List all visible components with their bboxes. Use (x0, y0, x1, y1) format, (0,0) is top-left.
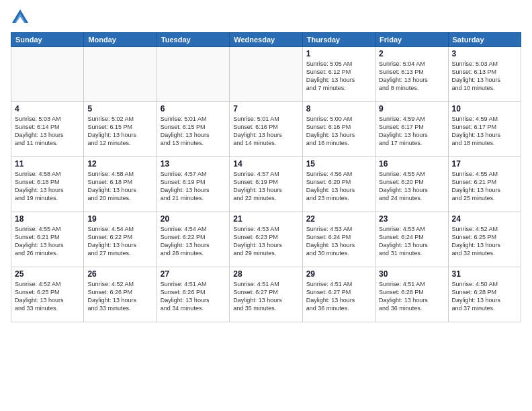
calendar-week-2: 4Sunrise: 5:03 AM Sunset: 6:14 PM Daylig… (11, 102, 521, 157)
calendar-table: SundayMondayTuesdayWednesdayThursdayFrid… (11, 32, 521, 322)
day-number: 27 (161, 269, 226, 279)
day-number: 28 (233, 269, 298, 279)
calendar-cell: 20Sunrise: 4:54 AM Sunset: 6:22 PM Dayli… (157, 212, 229, 267)
calendar-cell: 31Sunrise: 4:50 AM Sunset: 6:28 PM Dayli… (448, 267, 521, 322)
calendar-cell: 7Sunrise: 5:01 AM Sunset: 6:16 PM Daylig… (230, 102, 302, 157)
day-number: 26 (87, 269, 152, 279)
day-info: Sunrise: 5:01 AM Sunset: 6:15 PM Dayligh… (161, 115, 226, 148)
calendar-cell: 14Sunrise: 4:57 AM Sunset: 6:19 PM Dayli… (230, 157, 302, 212)
day-info: Sunrise: 4:53 AM Sunset: 6:24 PM Dayligh… (306, 225, 371, 258)
day-number: 16 (379, 159, 444, 169)
day-number: 1 (306, 49, 371, 58)
header (11, 8, 521, 27)
day-number: 7 (233, 104, 298, 113)
day-info: Sunrise: 4:51 AM Sunset: 6:27 PM Dayligh… (233, 280, 298, 313)
day-info: Sunrise: 4:56 AM Sunset: 6:20 PM Dayligh… (306, 170, 371, 203)
day-number: 6 (161, 104, 226, 113)
weekday-header-sunday: Sunday (11, 33, 84, 47)
day-number: 5 (87, 104, 152, 113)
day-number: 3 (452, 49, 517, 58)
calendar-cell: 4Sunrise: 5:03 AM Sunset: 6:14 PM Daylig… (11, 102, 84, 157)
day-number: 12 (87, 159, 152, 169)
calendar-cell (157, 47, 229, 102)
calendar-cell: 25Sunrise: 4:52 AM Sunset: 6:25 PM Dayli… (11, 267, 84, 322)
calendar-cell: 12Sunrise: 4:58 AM Sunset: 6:18 PM Dayli… (84, 157, 157, 212)
weekday-header-wednesday: Wednesday (230, 33, 302, 47)
day-info: Sunrise: 4:51 AM Sunset: 6:27 PM Dayligh… (306, 280, 371, 313)
day-number: 9 (379, 104, 444, 113)
day-info: Sunrise: 4:58 AM Sunset: 6:18 PM Dayligh… (87, 170, 152, 203)
day-info: Sunrise: 4:51 AM Sunset: 6:26 PM Dayligh… (161, 280, 226, 313)
day-info: Sunrise: 4:55 AM Sunset: 6:20 PM Dayligh… (379, 170, 444, 203)
day-number: 4 (15, 104, 80, 113)
day-number: 20 (161, 214, 226, 224)
calendar-week-4: 18Sunrise: 4:55 AM Sunset: 6:21 PM Dayli… (11, 212, 521, 267)
day-info: Sunrise: 5:03 AM Sunset: 6:13 PM Dayligh… (452, 60, 517, 93)
day-number: 15 (306, 159, 371, 169)
day-info: Sunrise: 4:50 AM Sunset: 6:28 PM Dayligh… (452, 280, 517, 313)
weekday-header-tuesday: Tuesday (157, 33, 229, 47)
day-number: 25 (15, 269, 80, 279)
calendar-cell: 13Sunrise: 4:57 AM Sunset: 6:19 PM Dayli… (157, 157, 229, 212)
calendar-cell: 22Sunrise: 4:53 AM Sunset: 6:24 PM Dayli… (302, 212, 375, 267)
day-number: 14 (233, 159, 298, 169)
logo (11, 8, 32, 27)
day-info: Sunrise: 5:00 AM Sunset: 6:16 PM Dayligh… (306, 115, 371, 148)
weekday-header-monday: Monday (84, 33, 157, 47)
day-info: Sunrise: 5:03 AM Sunset: 6:14 PM Dayligh… (15, 115, 80, 148)
calendar-cell: 5Sunrise: 5:02 AM Sunset: 6:15 PM Daylig… (84, 102, 157, 157)
calendar-cell: 24Sunrise: 4:52 AM Sunset: 6:25 PM Dayli… (448, 212, 521, 267)
weekday-header-thursday: Thursday (302, 33, 375, 47)
day-number: 23 (379, 214, 444, 224)
day-info: Sunrise: 4:57 AM Sunset: 6:19 PM Dayligh… (233, 170, 298, 203)
day-info: Sunrise: 4:54 AM Sunset: 6:22 PM Dayligh… (87, 225, 152, 258)
day-number: 29 (306, 269, 371, 279)
calendar-cell: 19Sunrise: 4:54 AM Sunset: 6:22 PM Dayli… (84, 212, 157, 267)
calendar-cell: 8Sunrise: 5:00 AM Sunset: 6:16 PM Daylig… (302, 102, 375, 157)
calendar-cell: 3Sunrise: 5:03 AM Sunset: 6:13 PM Daylig… (448, 47, 521, 102)
day-number: 30 (379, 269, 444, 279)
calendar-cell: 9Sunrise: 4:59 AM Sunset: 6:17 PM Daylig… (375, 102, 448, 157)
calendar-cell (230, 47, 302, 102)
calendar-cell: 17Sunrise: 4:55 AM Sunset: 6:21 PM Dayli… (448, 157, 521, 212)
day-number: 8 (306, 104, 371, 113)
day-info: Sunrise: 5:01 AM Sunset: 6:16 PM Dayligh… (233, 115, 298, 148)
day-number: 31 (452, 269, 517, 279)
weekday-header-friday: Friday (375, 33, 448, 47)
day-info: Sunrise: 4:53 AM Sunset: 6:23 PM Dayligh… (233, 225, 298, 258)
weekday-header-row: SundayMondayTuesdayWednesdayThursdayFrid… (11, 33, 521, 47)
day-info: Sunrise: 5:05 AM Sunset: 6:12 PM Dayligh… (306, 60, 371, 93)
day-number: 18 (15, 214, 80, 224)
calendar-week-1: 1Sunrise: 5:05 AM Sunset: 6:12 PM Daylig… (11, 47, 521, 102)
day-info: Sunrise: 5:02 AM Sunset: 6:15 PM Dayligh… (87, 115, 152, 148)
day-info: Sunrise: 4:51 AM Sunset: 6:28 PM Dayligh… (379, 280, 444, 313)
calendar-cell: 29Sunrise: 4:51 AM Sunset: 6:27 PM Dayli… (302, 267, 375, 322)
day-info: Sunrise: 4:57 AM Sunset: 6:19 PM Dayligh… (161, 170, 226, 203)
weekday-header-saturday: Saturday (448, 33, 521, 47)
day-number: 22 (306, 214, 371, 224)
calendar-cell: 21Sunrise: 4:53 AM Sunset: 6:23 PM Dayli… (230, 212, 302, 267)
day-info: Sunrise: 4:54 AM Sunset: 6:22 PM Dayligh… (161, 225, 226, 258)
day-number: 19 (87, 214, 152, 224)
calendar-cell (11, 47, 84, 102)
day-info: Sunrise: 4:55 AM Sunset: 6:21 PM Dayligh… (15, 225, 80, 258)
day-number: 10 (452, 104, 517, 113)
day-info: Sunrise: 4:53 AM Sunset: 6:24 PM Dayligh… (379, 225, 444, 258)
calendar-week-5: 25Sunrise: 4:52 AM Sunset: 6:25 PM Dayli… (11, 267, 521, 322)
day-info: Sunrise: 4:52 AM Sunset: 6:26 PM Dayligh… (87, 280, 152, 313)
calendar-cell: 27Sunrise: 4:51 AM Sunset: 6:26 PM Dayli… (157, 267, 229, 322)
calendar-cell: 30Sunrise: 4:51 AM Sunset: 6:28 PM Dayli… (375, 267, 448, 322)
day-number: 2 (379, 49, 444, 58)
calendar-cell: 2Sunrise: 5:04 AM Sunset: 6:13 PM Daylig… (375, 47, 448, 102)
logo-icon (11, 8, 30, 27)
day-number: 24 (452, 214, 517, 224)
calendar-cell: 15Sunrise: 4:56 AM Sunset: 6:20 PM Dayli… (302, 157, 375, 212)
calendar-cell: 11Sunrise: 4:58 AM Sunset: 6:18 PM Dayli… (11, 157, 84, 212)
day-number: 13 (161, 159, 226, 169)
calendar-cell: 18Sunrise: 4:55 AM Sunset: 6:21 PM Dayli… (11, 212, 84, 267)
calendar-cell: 23Sunrise: 4:53 AM Sunset: 6:24 PM Dayli… (375, 212, 448, 267)
calendar-cell: 1Sunrise: 5:05 AM Sunset: 6:12 PM Daylig… (302, 47, 375, 102)
day-number: 21 (233, 214, 298, 224)
day-info: Sunrise: 4:59 AM Sunset: 6:17 PM Dayligh… (379, 115, 444, 148)
day-info: Sunrise: 4:59 AM Sunset: 6:17 PM Dayligh… (452, 115, 517, 148)
